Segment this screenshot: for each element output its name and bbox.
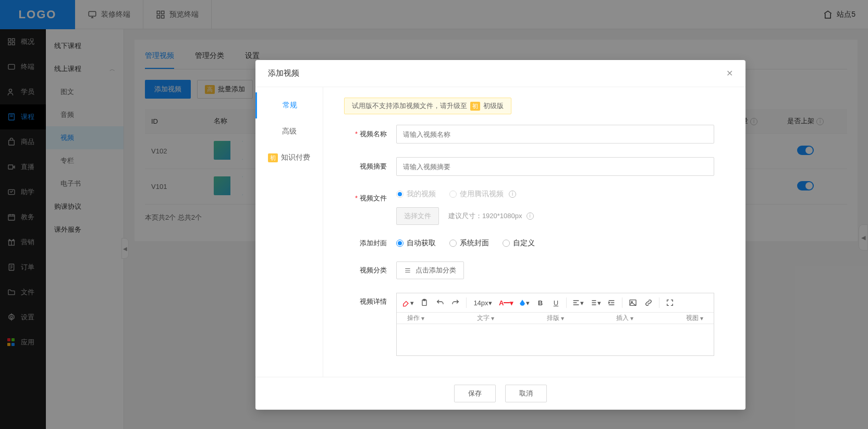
radio-my-video[interactable]: 我的视频 [396, 189, 436, 199]
upgrade-alert: 试用版不支持添加视频文件，请升级至 初 初级版 [344, 98, 511, 114]
modal-footer: 保存 取消 [255, 377, 745, 410]
text-color-icon[interactable]: A▾ [497, 295, 516, 310]
modal-tab-advanced[interactable]: 高级 [255, 118, 323, 145]
bold-icon[interactable]: B [533, 295, 547, 310]
radio-icon [449, 190, 457, 198]
info-icon: i [527, 212, 534, 220]
choose-file-button: 选择文件 [396, 207, 439, 225]
radio-label: 系统封面 [460, 239, 489, 248]
list-icon [404, 267, 411, 274]
save-button[interactable]: 保存 [454, 385, 496, 402]
bg-color-icon[interactable]: ▾ [517, 295, 532, 310]
input-video-summary[interactable] [396, 157, 714, 176]
radio-cover-custom[interactable]: 自定义 [503, 239, 535, 248]
radio-icon [503, 240, 510, 247]
undo-icon[interactable] [433, 295, 447, 310]
modal-form: 试用版不支持添加视频文件，请升级至 初 初级版 视频名称 视频摘要 视频文件 我… [323, 87, 745, 377]
group-insert[interactable]: 插入▾ [611, 314, 639, 323]
row-cover: 添加封面 自动获取 系统封面 自定义 [344, 239, 725, 248]
category-label: 点击添加分类 [415, 266, 456, 275]
radio-label: 自动获取 [407, 239, 436, 248]
group-action[interactable]: 操作▾ [402, 314, 430, 323]
radio-icon [396, 190, 404, 198]
group-text[interactable]: 文字▾ [472, 314, 499, 323]
modal-sidebar: 常规 高级 初知识付费 [255, 87, 323, 377]
link-icon[interactable] [641, 295, 656, 310]
row-detail: 视频详情 ▾ 14px ▾ A▾ ▾ B U [344, 293, 725, 356]
modal-tab-general[interactable]: 常规 [255, 92, 323, 118]
editor-toolbar-labels: 操作▾ 文字▾ 排版▾ 插入▾ 视图▾ [397, 313, 714, 324]
radio-label: 使用腾讯视频 [460, 189, 504, 199]
redo-icon[interactable] [448, 295, 463, 310]
underline-icon[interactable]: U [548, 295, 563, 310]
modal-title: 添加视频 [268, 68, 299, 78]
radio-tencent-video[interactable]: 使用腾讯视频i [449, 189, 516, 199]
font-size-select[interactable]: 14px ▾ [470, 295, 496, 310]
label-detail: 视频详情 [344, 293, 396, 306]
list-icon[interactable]: ▾ [587, 295, 603, 310]
radio-label: 我的视频 [407, 189, 436, 199]
rich-editor: ▾ 14px ▾ A▾ ▾ B U ▾ ▾ [396, 293, 714, 356]
radio-cover-auto[interactable]: 自动获取 [396, 239, 436, 248]
row-category: 视频分类 点击添加分类 [344, 261, 725, 279]
info-icon: i [509, 190, 516, 198]
row-video-name: 视频名称 [344, 125, 725, 144]
input-video-name[interactable] [396, 125, 714, 144]
label-video-file: 视频文件 [344, 189, 396, 203]
close-icon[interactable]: ✕ [726, 68, 733, 78]
radio-cover-system[interactable]: 系统封面 [449, 239, 489, 248]
add-category-button[interactable]: 点击添加分类 [396, 261, 464, 279]
eraser-icon[interactable]: ▾ [400, 295, 416, 310]
fullscreen-icon[interactable] [663, 295, 677, 310]
cover-radio: 自动获取 系统封面 自定义 [396, 239, 725, 248]
modal-tab-label: 知识付费 [281, 153, 310, 162]
radio-icon [449, 240, 457, 247]
editor-toolbar: ▾ 14px ▾ A▾ ▾ B U ▾ ▾ [397, 293, 714, 313]
size-hint: 建议尺寸：1920*1080pxi [448, 211, 534, 221]
indent-icon[interactable] [604, 295, 619, 310]
level-badge: 初 [470, 102, 480, 111]
row-video-summary: 视频摘要 [344, 157, 725, 176]
alert-text: 试用版不支持添加视频文件，请升级至 [352, 101, 467, 111]
group-view[interactable]: 视图▾ [681, 314, 708, 323]
modal-tab-paid[interactable]: 初知识付费 [255, 145, 323, 171]
label-category: 视频分类 [344, 266, 396, 275]
cancel-button[interactable]: 取消 [505, 385, 547, 402]
align-icon[interactable]: ▾ [570, 295, 586, 310]
alert-text: 初级版 [483, 101, 504, 111]
row-video-file: 视频文件 我的视频 使用腾讯视频i 选择文件 建议尺寸：1920*1080pxi [344, 189, 725, 225]
file-source-radio: 我的视频 使用腾讯视频i [396, 189, 725, 199]
modal-header: 添加视频 ✕ [255, 60, 745, 87]
radio-label: 自定义 [513, 239, 535, 248]
level-badge: 初 [268, 153, 278, 162]
label-cover: 添加封面 [344, 239, 396, 248]
radio-icon [396, 240, 404, 247]
group-layout[interactable]: 排版▾ [542, 314, 569, 323]
label-video-summary: 视频摘要 [344, 162, 396, 171]
image-icon[interactable] [626, 295, 640, 310]
label-video-name: 视频名称 [344, 129, 396, 139]
paste-icon[interactable] [417, 295, 432, 310]
add-video-modal: 添加视频 ✕ 常规 高级 初知识付费 试用版不支持添加视频文件，请升级至 初 初… [255, 60, 745, 410]
editor-textarea[interactable] [397, 324, 714, 355]
modal-body: 常规 高级 初知识付费 试用版不支持添加视频文件，请升级至 初 初级版 视频名称… [255, 87, 745, 377]
